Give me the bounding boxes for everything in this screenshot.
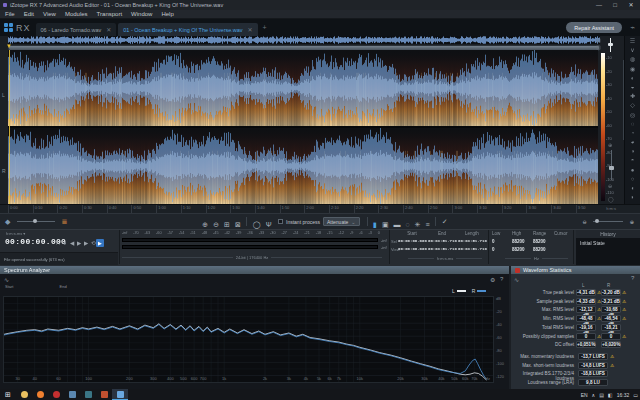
- vertical-zoom-out-icon[interactable]: ⊖: [608, 183, 612, 189]
- menu-view[interactable]: View: [43, 11, 56, 17]
- lasso-tool[interactable]: ◌: [406, 221, 410, 228]
- menu-modules[interactable]: Modules: [65, 11, 88, 17]
- selection-value[interactable]: 00:03:51.710: [458, 247, 488, 251]
- taskbar-app-icon[interactable]: [80, 389, 96, 400]
- frequency-value[interactable]: 88200: [512, 239, 525, 244]
- module-icon[interactable]: ◑: [631, 148, 635, 154]
- brush-tool[interactable]: ≡: [426, 221, 430, 228]
- hand-tool-icon[interactable]: Ψ: [266, 221, 272, 228]
- selection-value[interactable]: 00:00:00.000: [398, 247, 428, 251]
- balance-slider-knob[interactable]: [608, 43, 613, 46]
- zoom-selection-icon[interactable]: ⊞: [224, 221, 230, 228]
- module-icon[interactable]: ◉: [630, 66, 635, 72]
- magnify-tool-icon[interactable]: ◯: [253, 221, 261, 228]
- zoom-out-icon[interactable]: ⊖: [213, 221, 219, 228]
- time-freq-select-tool[interactable]: ▣: [382, 221, 389, 228]
- menu-transport[interactable]: Transport: [97, 11, 122, 17]
- go-to-start-button[interactable]: ◀: [70, 240, 74, 246]
- taskbar-app-icon[interactable]: [64, 389, 80, 400]
- vertical-zoom-fit-icon[interactable]: ◯: [608, 196, 614, 202]
- vertical-zoom-slider[interactable]: [611, 150, 612, 180]
- frequency-value[interactable]: 0: [492, 239, 495, 244]
- notification-icon[interactable]: ▭: [633, 392, 638, 398]
- taskbar-app-icon[interactable]: [16, 389, 32, 400]
- new-tab-button[interactable]: +: [263, 24, 267, 31]
- wand-tool[interactable]: ✳: [415, 221, 421, 228]
- stats-panel-header[interactable]: Waveform Statistics: [511, 266, 640, 274]
- confirm-selection-icon[interactable]: ✓: [442, 217, 448, 227]
- instant-process-checkbox[interactable]: [278, 219, 283, 224]
- meter-clip-right[interactable]: -inf: [381, 245, 387, 250]
- vertical-zoom-knob[interactable]: [609, 166, 614, 170]
- module-icon[interactable]: ◌: [631, 121, 635, 127]
- transport-play-selection-button[interactable]: ▶: [96, 239, 104, 247]
- file-tab-0[interactable]: 06 - Laredo Tornado.wav✕: [36, 23, 117, 36]
- monitor-icon[interactable]: ∩: [56, 240, 60, 246]
- time-ruler[interactable]: 0:000:100:200:300:400:501:001:101:201:30…: [0, 204, 640, 213]
- frequency-value[interactable]: 88200: [533, 239, 546, 244]
- module-icon[interactable]: ◍: [630, 56, 635, 62]
- start-button[interactable]: ⊞: [0, 389, 16, 400]
- record-button[interactable]: ●: [63, 240, 66, 246]
- module-icon[interactable]: ∨: [630, 47, 634, 53]
- gear-icon[interactable]: ⚙: [490, 276, 495, 283]
- module-icon[interactable]: ◇: [630, 102, 635, 108]
- module-icon[interactable]: ◕: [631, 139, 635, 145]
- module-icon[interactable]: ●: [631, 167, 635, 173]
- module-icon[interactable]: ◐: [631, 75, 635, 81]
- tray-expand-icon[interactable]: ∧: [592, 392, 596, 398]
- overview-page-icon[interactable]: ▤: [596, 37, 601, 43]
- module-icon[interactable]: ◖: [631, 185, 635, 191]
- spectrogram-settings-icon[interactable]: ≣: [61, 217, 67, 227]
- frequency-value[interactable]: 0: [492, 247, 495, 252]
- zoom-reset-icon[interactable]: ⊠: [235, 221, 241, 228]
- spectrogram-channel-left[interactable]: [8, 50, 598, 126]
- menu-edit[interactable]: Edit: [24, 11, 34, 17]
- taskbar-app-icon[interactable]: [112, 389, 128, 400]
- play-button[interactable]: ▶: [77, 240, 81, 246]
- history-item[interactable]: Initial State: [576, 238, 640, 246]
- stats-help-icon[interactable]: ?: [631, 275, 634, 281]
- clock[interactable]: 16:32: [617, 392, 630, 398]
- window-titlebar[interactable]: iZotope RX 7 Advanced Audio Editor - 01 …: [0, 0, 640, 10]
- spectrum-panel-header[interactable]: Spectrum Analyzer: [0, 266, 509, 274]
- menu-help[interactable]: Help: [161, 11, 173, 17]
- marker-tool-icon[interactable]: ◆: [5, 217, 10, 227]
- frequency-value[interactable]: 88200: [533, 247, 546, 252]
- playhead-flag-icon[interactable]: ▼: [6, 43, 12, 49]
- frequency-value[interactable]: 88200: [512, 247, 525, 252]
- opacity-slider[interactable]: [17, 221, 55, 222]
- close-button[interactable]: ✕: [624, 0, 638, 10]
- menu-window[interactable]: Window: [131, 11, 152, 17]
- module-list-icon[interactable]: ☰: [630, 38, 635, 44]
- spectrogram-channel-right[interactable]: [8, 128, 598, 204]
- file-overview[interactable]: [8, 36, 600, 44]
- file-tab-1[interactable]: 01 - Ocean Breakup + King Of The Univers…: [118, 23, 257, 36]
- language-indicator[interactable]: EN: [581, 392, 588, 398]
- hzoom-slider[interactable]: [593, 221, 623, 222]
- time-select-tool[interactable]: ▮: [373, 221, 377, 228]
- maximize-button[interactable]: □: [608, 0, 622, 10]
- meter-clip-left[interactable]: -inf: [381, 238, 387, 243]
- process-mode-select[interactable]: Attenuate⌄: [323, 217, 360, 226]
- module-icon[interactable]: ◔: [631, 130, 635, 136]
- module-icon[interactable]: ✚: [630, 93, 635, 99]
- module-icon[interactable]: ◓: [631, 157, 635, 163]
- repair-wand-icon[interactable]: ⌁: [630, 23, 635, 32]
- timecode-format-select[interactable]: h:m:s.ms ▾: [6, 231, 25, 236]
- selection-value[interactable]: 00:00:00.000: [398, 239, 428, 243]
- module-icon[interactable]: ○: [631, 176, 635, 182]
- selection-value[interactable]: 00:03:51.710: [428, 247, 458, 251]
- selection-value[interactable]: 00:03:51.710: [428, 239, 458, 243]
- tab-close-icon[interactable]: ✕: [106, 26, 111, 33]
- selection-value[interactable]: 00:03:51.710: [458, 239, 488, 243]
- tray-display-icon[interactable]: ▤: [599, 392, 604, 398]
- taskbar-app-icon[interactable]: [96, 389, 112, 400]
- hzoom-out-icon[interactable]: ⊖: [583, 217, 587, 227]
- menu-file[interactable]: File: [5, 11, 15, 17]
- repair-assistant-button[interactable]: Repair Assistant: [566, 22, 622, 33]
- vertical-zoom-in-icon[interactable]: ⊕: [608, 142, 612, 148]
- freq-select-tool[interactable]: ▬: [394, 221, 401, 228]
- module-icon[interactable]: ◎: [630, 112, 635, 118]
- tray-volume-icon[interactable]: ◧: [608, 392, 613, 398]
